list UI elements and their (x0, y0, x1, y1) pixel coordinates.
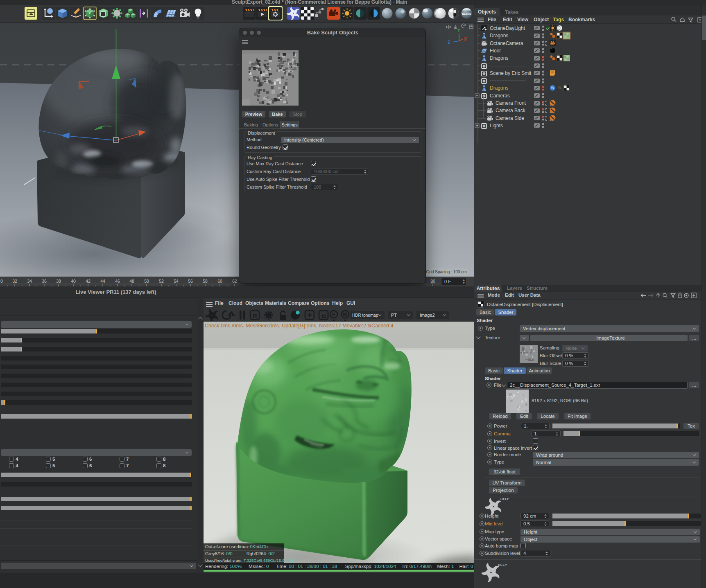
svg-text:R: R (253, 312, 257, 319)
svg-text:HELP: HELP (500, 497, 509, 501)
svg-text:60: 60 (217, 279, 222, 284)
svg-text:Y: Y (457, 28, 460, 33)
svg-text:BLEND: BLEND (462, 12, 471, 15)
svg-text:56: 56 (188, 279, 193, 284)
svg-text:Dragons: Dragons (490, 55, 508, 61)
svg-text:62: 62 (232, 279, 237, 284)
svg-text:M: M (343, 312, 347, 318)
svg-text:Camera Back: Camera Back (496, 108, 526, 113)
svg-text:Z: Z (448, 40, 450, 45)
svg-text:32: 32 (12, 279, 17, 284)
svg-text:Dragons: Dragons (490, 33, 508, 38)
svg-text:X: X (464, 37, 467, 41)
svg-text:48: 48 (129, 279, 134, 284)
svg-text:Dragons: Dragons (490, 85, 508, 91)
svg-text:36: 36 (42, 279, 47, 284)
svg-text:46: 46 (115, 279, 120, 284)
svg-text:----------------------: ---------------------- (490, 78, 526, 83)
svg-text:50: 50 (144, 279, 149, 284)
svg-text:F: F (332, 312, 335, 318)
svg-text:Lights: Lights (490, 123, 503, 128)
svg-text:40: 40 (71, 279, 76, 284)
svg-text:Scene by Eric Smit: Scene by Eric Smit (490, 70, 532, 76)
svg-text:44: 44 (100, 279, 105, 284)
svg-text:0: 0 (0, 279, 3, 284)
svg-text:HELP: HELP (498, 563, 507, 567)
svg-text:Camera Side: Camera Side (496, 115, 524, 121)
svg-text:54: 54 (174, 279, 179, 284)
svg-text:34: 34 (27, 279, 32, 284)
svg-text:Floor: Floor (490, 48, 501, 54)
svg-text:42: 42 (86, 279, 91, 284)
svg-text:Cameras: Cameras (490, 93, 510, 99)
svg-text:52: 52 (159, 279, 164, 284)
svg-text:S: S (551, 86, 554, 90)
svg-text:----------------------: ---------------------- (490, 63, 526, 69)
svg-text:OctaneDayLight: OctaneDayLight (490, 25, 525, 31)
svg-text:Camera Front: Camera Front (496, 100, 526, 106)
svg-text:OctaneCamera: OctaneCamera (490, 41, 523, 46)
svg-text:58: 58 (203, 279, 208, 284)
svg-text:38: 38 (56, 279, 61, 284)
